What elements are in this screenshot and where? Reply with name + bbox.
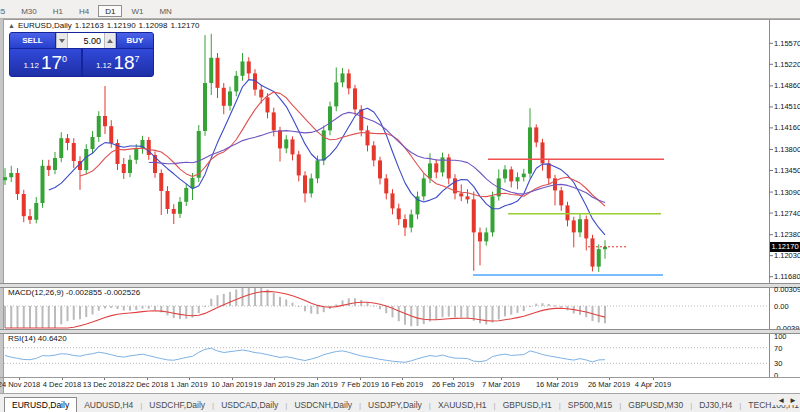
date-axis-label: 10 Jan 2019 xyxy=(211,380,252,389)
rsi-label: RSI(14) 40.6420 xyxy=(8,334,67,343)
buy-button[interactable]: BUY xyxy=(116,33,153,48)
price-axis-label: 1.12740 xyxy=(774,209,800,218)
sell-price-base: 1.12 xyxy=(23,61,39,70)
price-axis-label: 1.15220 xyxy=(774,60,800,69)
price-axis-label: 1.14510 xyxy=(774,102,800,111)
sell-price-sup: 0 xyxy=(62,54,67,64)
chart-tab-usdcad-daily[interactable]: USDCAD,Daily xyxy=(214,397,285,412)
tab-scroll-arrows: ◄► xyxy=(772,396,799,405)
current-price-box: 1.12170 xyxy=(770,242,800,252)
open-value: 1.12163 xyxy=(75,21,104,30)
chart-symbol-label: EURUSD,Daily xyxy=(18,21,72,30)
sell-price-big: 17 xyxy=(41,52,62,74)
date-axis-label: 7 Mar 2019 xyxy=(482,380,520,389)
date-axis-label: 16 Feb 2019 xyxy=(381,380,423,389)
tab-scroll-right-icon[interactable]: ► xyxy=(789,396,797,405)
date-axis-label: 4 Apr 2019 xyxy=(635,380,671,389)
price-axis-label: 1.13450 xyxy=(774,166,800,175)
macd-axis-label: 0.00 xyxy=(774,302,789,311)
date-axis-label: 29 Jan 2019 xyxy=(296,380,337,389)
rsi-axis-label: 100 xyxy=(774,332,787,341)
date-axis-label: 22 Dec 2018 xyxy=(126,380,169,389)
sell-button[interactable]: SELL xyxy=(10,33,56,48)
chart-tab-gbpusd-h1[interactable]: GBPUSD,H1 xyxy=(496,397,559,412)
buy-price-base: 1.12 xyxy=(96,61,112,70)
price-axis-label: 1.14860 xyxy=(774,81,800,90)
date-axis-label: 4 Dec 2018 xyxy=(43,380,81,389)
chart-tab-sp500-m15[interactable]: SP500,M15 xyxy=(561,397,619,412)
price-axis-label: 1.12380 xyxy=(774,230,800,239)
sell-price-display[interactable]: 1.12 17 0 xyxy=(10,49,81,76)
volume-input[interactable] xyxy=(68,33,104,48)
price-axis-label: 1.12030 xyxy=(774,251,800,260)
chart-tab-usdjpy-daily[interactable]: USDJPY,Daily xyxy=(361,397,429,412)
date-axis-label: 24 Nov 2018 xyxy=(0,380,40,389)
chart-tab-eurusd-daily[interactable]: EURUSD,Daily xyxy=(4,397,77,412)
rsi-axis-label: 70 xyxy=(774,344,782,353)
date-axis-line xyxy=(0,377,800,378)
date-axis-label: 26 Feb 2019 xyxy=(432,380,474,389)
chart-tab-xauusd-h1[interactable]: XAUUSD,H1 xyxy=(431,397,494,412)
low-value: 1.12098 xyxy=(139,21,168,30)
chart-tab-dj30-h4[interactable]: DJ30,H4 xyxy=(692,397,739,412)
close-value: 1.12170 xyxy=(171,21,200,30)
price-axis-label: 1.13800 xyxy=(774,145,800,154)
macd-rsi-separator[interactable] xyxy=(0,329,800,334)
price-axis-label: 1.15570 xyxy=(774,39,800,48)
date-axis-label: 13 Dec 2018 xyxy=(83,380,126,389)
chart-tab-usdcnh-daily[interactable]: USDCNH,Daily xyxy=(287,397,359,412)
chart-tab-bar: EURUSD,DailyAUDUSD,H4|USDCHF,Daily|USDCA… xyxy=(0,393,800,412)
volume-increase-button[interactable] xyxy=(104,33,116,48)
one-click-trading-panel: SELL BUY 1.12 17 0 1.12 18 7 xyxy=(9,32,154,77)
volume-spinner xyxy=(56,33,116,48)
chart-tab-gbpusd-m30[interactable]: GBPUSD,M30 xyxy=(621,397,690,412)
ohlc-header: ▲EURUSD,Daily1.121631.121901.120981.1217… xyxy=(8,21,202,30)
tab-scroll-left-icon[interactable]: ◄ xyxy=(777,396,785,405)
triangle-up-icon xyxy=(107,39,113,43)
date-axis-label: 26 Mar 2019 xyxy=(588,380,630,389)
macd-label: MACD(12,26,9) -0.002855 -0.002526 xyxy=(8,288,140,297)
price-axis-label: 1.11680 xyxy=(774,272,800,281)
date-axis-label: 1 Jan 2019 xyxy=(170,380,207,389)
triangle-down-icon xyxy=(59,39,65,43)
price-axis-label: 1.14160 xyxy=(774,123,800,132)
buy-price-big: 18 xyxy=(113,52,134,74)
macd-axis-label: 0.003095 xyxy=(774,285,800,294)
chart-tab-audusd-h4[interactable]: AUDUSD,H4 xyxy=(77,397,140,412)
volume-decrease-button[interactable] xyxy=(56,33,68,48)
high-value: 1.12190 xyxy=(107,21,136,30)
date-axis-label: 16 Mar 2019 xyxy=(536,380,578,389)
rsi-axis-label: 0 xyxy=(774,371,778,380)
buy-price-sup: 7 xyxy=(135,54,140,64)
date-axis-label: 7 Feb 2019 xyxy=(341,380,379,389)
price-axis-label: 1.13090 xyxy=(774,188,800,197)
mt4-terminal: M5M30H1H4D1W1MN ▲EURUSD,Daily1.121631.12… xyxy=(0,0,800,412)
buy-price-display[interactable]: 1.12 18 7 xyxy=(83,49,154,76)
date-axis-label: 19 Jan 2019 xyxy=(253,380,294,389)
one-click-toggle-icon[interactable]: ▲ xyxy=(8,22,15,29)
rsi-axis-label: 30 xyxy=(774,359,782,368)
chart-tab-usdchf-daily[interactable]: USDCHF,Daily xyxy=(142,397,212,412)
